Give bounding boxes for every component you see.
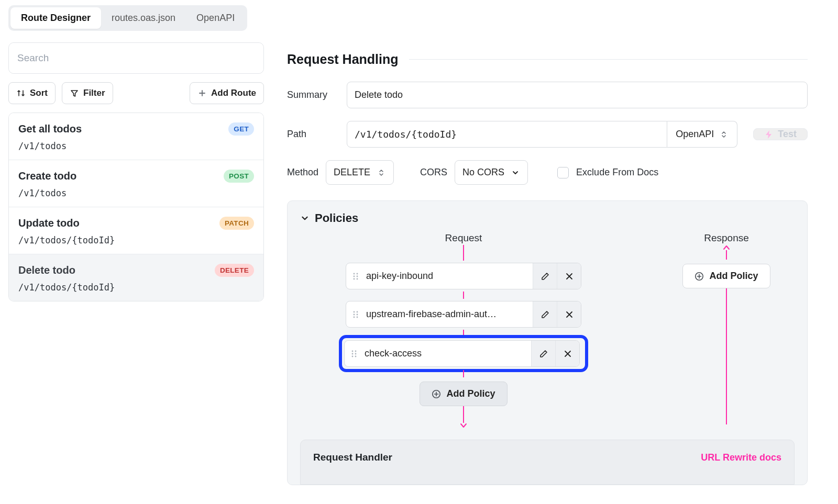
method-badge: GET: [228, 122, 254, 136]
flow-arrow-down: [460, 406, 467, 428]
edit-policy-button[interactable]: [533, 301, 557, 327]
route-item[interactable]: Delete todo DELETE /v1/todos/{todoId}: [9, 254, 263, 301]
flow-line: [463, 245, 464, 261]
edit-policy-button[interactable]: [531, 341, 555, 366]
policy-name: check-access: [362, 341, 531, 366]
sort-button[interactable]: Sort: [8, 82, 56, 104]
section-title: Request Handling: [287, 52, 399, 67]
search-input[interactable]: [9, 43, 263, 73]
filter-button[interactable]: Filter: [62, 82, 113, 104]
edit-policy-button[interactable]: [533, 263, 557, 289]
sidebar: Sort Filter Add Route: [0, 36, 272, 310]
remove-policy-button[interactable]: [557, 263, 581, 289]
sidebar-controls: Sort Filter Add Route: [8, 82, 264, 104]
search-wrap: [8, 42, 264, 74]
summary-label: Summary: [287, 89, 337, 100]
tab-route-designer[interactable]: Route Designer: [10, 7, 101, 29]
cors-value: No CORS: [462, 167, 504, 178]
tab-openapi[interactable]: OpenAPI: [186, 7, 245, 29]
summary-row: Summary: [287, 82, 808, 108]
request-policy-column: Request api-key-inbound: [300, 232, 627, 428]
plus-circle-icon: [432, 389, 441, 399]
policies-toggle[interactable]: Policies: [300, 211, 358, 225]
filter-label: Filter: [83, 88, 105, 98]
route-title: Create todo: [18, 170, 76, 182]
route-path: /v1/todos/{todoId}: [18, 282, 254, 293]
chevron-down-icon: [511, 168, 520, 177]
path-row: Path OpenAPI Test: [287, 121, 808, 148]
add-policy-label: Add Policy: [709, 271, 758, 282]
content: Request Handling Summary Path OpenAPI: [272, 36, 822, 485]
response-heading: Response: [704, 232, 749, 244]
cors-select[interactable]: No CORS: [455, 160, 528, 185]
svg-point-2: [354, 275, 355, 277]
route-path: /v1/todos: [18, 141, 254, 151]
route-item[interactable]: Get all todos GET /v1/todos: [9, 113, 263, 160]
policy-name: api-key-inbound: [364, 263, 533, 289]
request-heading: Request: [445, 232, 482, 244]
policy-name: upstream-firebase-admin-aut…: [364, 301, 533, 327]
routes-list: Get all todos GET /v1/todos Create todo …: [8, 113, 264, 301]
chevron-down-icon: [300, 214, 310, 223]
svg-point-8: [354, 313, 355, 315]
tab-routes-json[interactable]: routes.oas.json: [101, 7, 186, 29]
sort-label: Sort: [30, 88, 48, 98]
test-label: Test: [778, 129, 797, 140]
request-handler-panel: Request Handler URL Rewrite docs: [300, 440, 795, 485]
section-title-row: Request Handling: [287, 52, 808, 67]
filter-icon: [70, 88, 79, 98]
svg-point-13: [355, 350, 357, 352]
summary-input[interactable]: [347, 82, 808, 108]
url-rewrite-docs-link[interactable]: URL Rewrite docs: [701, 452, 781, 463]
method-badge: POST: [224, 170, 254, 183]
sort-icon: [16, 88, 26, 98]
bolt-icon: [764, 130, 774, 139]
remove-policy-button[interactable]: [557, 301, 581, 327]
add-request-policy-button[interactable]: Add Policy: [420, 382, 507, 406]
method-select[interactable]: DELETE: [326, 160, 394, 185]
path-input[interactable]: [347, 121, 667, 148]
path-mode-value: OpenAPI: [676, 129, 714, 140]
policy-item-highlighted: check-access: [341, 337, 586, 370]
cors-label: CORS: [420, 167, 447, 178]
svg-point-7: [357, 311, 358, 312]
add-policy-label: Add Policy: [446, 388, 495, 399]
svg-point-12: [352, 350, 354, 352]
policies-columns: Request api-key-inbound: [300, 232, 795, 428]
exclude-label: Exclude From Docs: [576, 167, 658, 178]
select-arrows-icon: [377, 168, 386, 177]
route-item[interactable]: Create todo POST /v1/todos: [9, 160, 263, 207]
drag-handle-icon[interactable]: [346, 301, 364, 327]
svg-point-14: [352, 353, 354, 354]
add-route-button[interactable]: Add Route: [190, 82, 264, 104]
svg-point-17: [355, 355, 357, 357]
flow-line: [463, 292, 464, 299]
method-row: Method DELETE CORS No CORS: [287, 160, 808, 185]
add-response-policy-button[interactable]: Add Policy: [682, 264, 770, 288]
plus-circle-icon: [694, 272, 704, 281]
test-button[interactable]: Test: [753, 128, 808, 140]
svg-point-6: [354, 311, 355, 312]
svg-point-5: [357, 278, 358, 279]
method-badge: DELETE: [215, 264, 254, 277]
method-label: Method: [287, 167, 318, 178]
svg-point-1: [357, 273, 358, 274]
remove-policy-button[interactable]: [555, 341, 579, 366]
exclude-checkbox[interactable]: [557, 167, 569, 178]
flow-line: [463, 330, 464, 337]
svg-point-3: [357, 275, 358, 277]
route-path: /v1/todos: [18, 188, 254, 198]
flow-line: [463, 370, 464, 377]
drag-handle-icon[interactable]: [346, 263, 364, 289]
policy-item: api-key-inbound: [346, 263, 581, 289]
route-path: /v1/todos/{todoId}: [18, 235, 254, 245]
svg-point-16: [352, 355, 354, 357]
policy-item: upstream-firebase-admin-aut…: [346, 301, 581, 328]
policies-panel: Policies Request api-key-inbound: [287, 200, 808, 485]
drag-handle-icon[interactable]: [345, 341, 362, 366]
response-policy-column: Response Add Policy: [658, 232, 795, 428]
request-handler-title: Request Handler: [313, 452, 392, 463]
path-mode-select[interactable]: OpenAPI: [667, 121, 737, 148]
route-title: Update todo: [18, 217, 80, 229]
route-item[interactable]: Update todo PATCH /v1/todos/{todoId}: [9, 207, 263, 254]
